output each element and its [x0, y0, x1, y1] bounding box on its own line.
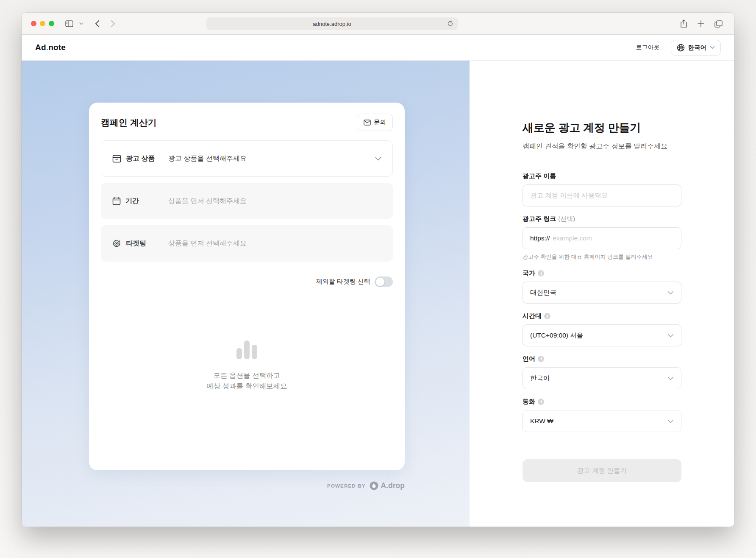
powered-by-label: POWERED BY: [327, 483, 366, 488]
bar-chart-icon: [236, 340, 257, 359]
advertiser-link-helper: 광고주 확인을 위한 대표 홈페이지 링크를 알려주세요: [523, 253, 681, 261]
language-value: 한국어: [530, 374, 550, 383]
close-window-button[interactable]: [31, 21, 36, 26]
campaign-calculator-card: 캠페인 계산기 문의: [89, 103, 405, 470]
share-icon[interactable]: [680, 20, 687, 28]
targeting-placeholder: 상품을 먼저 선택해주세요: [168, 239, 381, 248]
tab-overview-icon[interactable]: [714, 20, 723, 28]
adrop-brand-label: A.drop: [381, 481, 405, 490]
chevron-down-icon: [667, 377, 674, 380]
contact-button[interactable]: 문의: [357, 114, 393, 131]
exclude-targeting-toggle[interactable]: [375, 276, 393, 287]
period-placeholder: 상품을 먼저 선택해주세요: [168, 197, 381, 206]
country-label: 국가i: [523, 269, 681, 277]
chevron-down-icon: [375, 157, 381, 161]
empty-state-text: 모든 옵션을 선택하고 예상 성과를 확인해보세요: [206, 370, 287, 391]
forward-icon[interactable]: [111, 20, 115, 28]
calendar-icon: [112, 197, 121, 205]
timezone-value: (UTC+09:00) 서울: [530, 331, 583, 340]
ad-product-placeholder: 광고 상품을 선택해주세요: [168, 154, 375, 163]
zoom-window-button[interactable]: [49, 21, 54, 26]
window-controls: [31, 21, 54, 26]
timezone-label: 시간대i: [523, 312, 681, 320]
logout-link[interactable]: 로그아웃: [636, 44, 660, 51]
powered-by: POWERED BY A.drop: [89, 481, 405, 490]
info-icon[interactable]: i: [538, 356, 544, 362]
chevron-down-icon: [667, 419, 674, 423]
timezone-select[interactable]: (UTC+09:00) 서울: [523, 324, 681, 346]
currency-label: 통화i: [523, 398, 681, 406]
country-select[interactable]: 대한민국: [523, 282, 681, 304]
toggle-knob: [376, 278, 384, 286]
adrop-brand: A.drop: [370, 481, 405, 490]
advertiser-link-input[interactable]: [553, 234, 674, 242]
create-account-button[interactable]: 광고 계정 만들기: [523, 459, 681, 482]
back-icon[interactable]: [95, 20, 100, 28]
ad-product-select[interactable]: 광고 상품 광고 상품을 선택해주세요: [101, 140, 393, 177]
account-form-panel: 새로운 광고 계정 만들기 캠페인 견적을 확인할 광고주 정보를 알려주세요 …: [470, 61, 734, 527]
form-title: 새로운 광고 계정 만들기: [523, 120, 681, 135]
form-subtitle: 캠페인 견적을 확인할 광고주 정보를 알려주세요: [523, 142, 681, 151]
optional-tag: (선택): [558, 215, 575, 223]
chevron-down-icon: [667, 334, 674, 338]
mail-icon: [364, 120, 371, 126]
language-selector-label: 한국어: [688, 44, 707, 52]
chevron-down-icon: [710, 46, 715, 49]
address-bar[interactable]: adnote.adrop.io: [206, 17, 458, 30]
info-icon[interactable]: i: [544, 313, 550, 319]
minimize-window-button[interactable]: [40, 21, 45, 26]
period-label: 기간: [125, 197, 139, 206]
browser-window: adnote.adrop.io Ad.: [22, 13, 734, 527]
targeting-select: 타겟팅 상품을 먼저 선택해주세요: [101, 225, 393, 262]
chevron-down-icon: [667, 291, 674, 295]
chevron-down-icon[interactable]: [79, 22, 83, 25]
result-empty-state: 모든 옵션을 선택하고 예상 성과를 확인해보세요: [101, 274, 393, 458]
currency-value: KRW ₩: [530, 417, 553, 425]
app-header: Ad.note 로그아웃 한국어: [22, 35, 734, 61]
contact-button-label: 문의: [374, 118, 386, 126]
product-box-icon: [112, 155, 121, 163]
ad-product-label: 광고 상품: [126, 154, 155, 163]
period-select: 기간 상품을 먼저 선택해주세요: [101, 183, 393, 219]
country-value: 대한민국: [530, 288, 556, 297]
language-select[interactable]: 한국어: [523, 367, 681, 389]
new-tab-button[interactable]: [698, 20, 704, 27]
info-icon[interactable]: i: [538, 399, 544, 405]
calculator-title: 캠페인 계산기: [101, 117, 157, 128]
reload-icon[interactable]: [447, 20, 453, 27]
advertiser-link-field[interactable]: https://: [523, 227, 681, 249]
url-text: adnote.adrop.io: [313, 21, 351, 27]
calculator-panel: 캠페인 계산기 문의: [22, 61, 470, 527]
target-icon: [112, 239, 121, 248]
targeting-label: 타겟팅: [126, 239, 146, 248]
url-prefix: https://: [530, 234, 550, 242]
advertiser-link-label: 광고주 링크 (선택): [523, 215, 681, 223]
adnote-logo: Ad.note: [35, 43, 66, 52]
globe-icon: [677, 44, 685, 52]
currency-select[interactable]: KRW ₩: [523, 410, 681, 432]
sidebar-toggle-icon[interactable]: [65, 20, 73, 27]
advertiser-name-label: 광고주 이름: [523, 172, 681, 180]
language-label: 언어i: [523, 355, 681, 363]
info-icon[interactable]: i: [538, 270, 544, 276]
advertiser-name-input[interactable]: [523, 184, 681, 206]
language-selector[interactable]: 한국어: [671, 40, 721, 56]
browser-toolbar: adnote.adrop.io: [22, 13, 734, 35]
droplet-logo-icon: [370, 481, 378, 490]
